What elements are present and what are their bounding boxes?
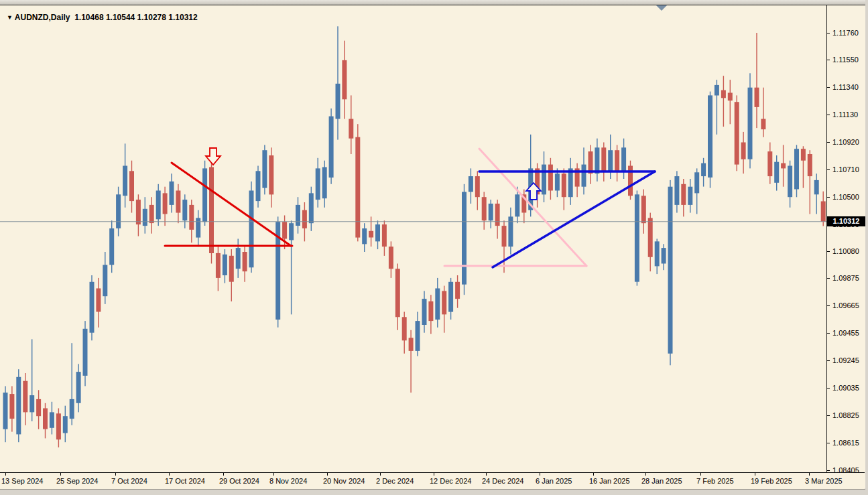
date-axis-label: 8 Nov 2024 (269, 477, 307, 485)
candle (96, 278, 101, 328)
candle (801, 146, 806, 188)
candle (236, 239, 241, 278)
candle (575, 163, 580, 198)
candle (755, 33, 759, 128)
candle (435, 278, 440, 328)
date-axis-label: 28 Jan 2025 (641, 477, 682, 485)
dropdown-triangle-icon[interactable]: ▼ (7, 14, 13, 21)
candle (701, 158, 706, 187)
candle (63, 406, 68, 443)
date-axis-label: 7 Oct 2024 (111, 477, 147, 485)
candle (196, 210, 200, 247)
candle (76, 364, 81, 412)
price-axis-label: 1.09455 (832, 329, 859, 337)
price-axis-label: 1.08825 (832, 411, 859, 419)
candle (655, 239, 660, 275)
candle (329, 109, 334, 184)
date-axis-tick (593, 473, 594, 476)
candle (322, 161, 327, 208)
candle (821, 192, 826, 226)
price-axis-label: 1.09665 (832, 301, 859, 309)
candle (735, 95, 739, 171)
price-axis-tick (827, 142, 830, 143)
date-axis-tick (327, 473, 328, 476)
candle (715, 80, 719, 135)
candle (628, 161, 633, 200)
date-axis-tick (223, 473, 224, 476)
candle (223, 249, 227, 283)
price-axis[interactable]: 1.117601.115501.113401.111301.109201.107… (826, 5, 865, 488)
chart-plot-area[interactable]: ▼ AUDNZD,Daily 1.10468 1.10544 1.10278 1… (0, 5, 826, 472)
price-axis-tick (827, 443, 830, 443)
candle (794, 145, 799, 197)
price-axis-tick (827, 169, 830, 170)
chart-shift-marker-icon[interactable] (656, 5, 667, 11)
ohlc-values: 1.10468 1.10544 1.10278 1.10312 (74, 13, 198, 22)
price-axis-tick (827, 470, 830, 471)
price-axis-label: 1.10500 (832, 193, 859, 201)
candle (767, 143, 772, 184)
candle (588, 145, 593, 184)
candle (375, 220, 380, 249)
candle (349, 95, 353, 154)
candle (455, 275, 460, 308)
date-axis-tick (115, 473, 116, 476)
candle (36, 390, 41, 429)
date-axis-label: 12 Dec 2024 (430, 477, 471, 485)
candle (615, 145, 619, 182)
candle (123, 143, 127, 207)
date-axis[interactable]: 13 Sep 202425 Sep 20247 Oct 202417 Oct 2… (0, 472, 865, 489)
price-axis-tick (827, 333, 830, 334)
date-axis-tick (273, 473, 274, 476)
candle (635, 191, 639, 286)
date-axis-label: 16 Jan 2025 (589, 477, 630, 485)
candle (416, 312, 420, 356)
candle (641, 190, 646, 234)
price-axis-label: 1.10080 (832, 247, 859, 255)
sell-arrow-icon[interactable] (206, 148, 221, 165)
candle (182, 194, 187, 228)
symbol-period-label: AUDNZD,Daily (15, 13, 70, 22)
candle (29, 339, 34, 421)
candle (741, 132, 746, 173)
candle (216, 246, 221, 291)
candle (409, 330, 414, 393)
candle (508, 208, 513, 255)
candle (275, 216, 280, 327)
date-axis-tick (700, 473, 701, 476)
candle (50, 402, 54, 435)
candle (688, 179, 692, 213)
price-axis-label: 1.10920 (832, 138, 859, 146)
candle (761, 88, 765, 137)
candle (249, 182, 254, 273)
price-axis-tick (827, 278, 830, 279)
date-axis-tick (755, 473, 755, 476)
candle (316, 158, 320, 208)
candle (336, 26, 340, 139)
date-axis-tick (540, 473, 540, 476)
candle (389, 241, 393, 278)
candle (475, 171, 480, 210)
candle (728, 80, 733, 124)
price-axis-tick (827, 360, 830, 361)
candle (462, 184, 467, 295)
price-axis-tick (827, 87, 830, 88)
candle (116, 187, 121, 236)
price-axis-label: 1.09245 (832, 356, 859, 364)
date-axis-label: 3 Mar 2025 (805, 477, 843, 485)
candle (243, 246, 247, 282)
candle (555, 168, 560, 197)
candle (808, 150, 812, 214)
candle (422, 291, 427, 332)
candlestick-chart[interactable] (0, 5, 826, 472)
candle (402, 312, 407, 354)
candle (70, 343, 74, 425)
date-axis-label: 24 Dec 2024 (482, 477, 523, 485)
candle (109, 220, 114, 273)
candle (136, 194, 141, 236)
candle (662, 244, 666, 270)
price-axis-label: 1.11130 (832, 111, 858, 119)
candle (562, 168, 566, 210)
candle (23, 373, 27, 425)
candle (369, 216, 373, 246)
